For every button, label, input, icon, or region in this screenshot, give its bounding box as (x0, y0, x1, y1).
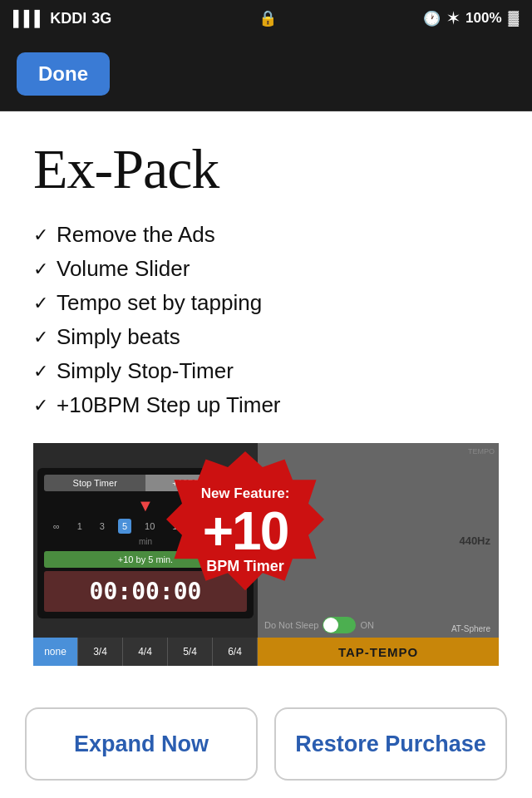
hz-label: 440Hz (459, 534, 490, 547)
carrier-label: KDDI (50, 10, 86, 27)
battery-icon: ▓ (509, 10, 519, 27)
bluetooth-icon: ✶ (447, 10, 459, 27)
check-icon-1: ✓ (33, 224, 48, 246)
feature-label-4: Simply beats (57, 324, 180, 350)
feature-label-5: Simply Stop-Timer (57, 358, 234, 384)
check-icon-5: ✓ (33, 361, 48, 382)
signal-icon: ▌▌▌ (13, 10, 45, 27)
on-label: ON (360, 620, 374, 630)
feature-label-3: Tempo set by tapping (57, 290, 262, 316)
timer-tab-stop: Stop Timer (44, 475, 145, 491)
clock-icon: 🕐 (423, 10, 441, 27)
min-item-5: 5 (118, 519, 131, 534)
feature-item-2: ✓ Volume Slider (33, 256, 499, 282)
feature-label-1: Remove the Ads (57, 222, 215, 248)
feature-label-2: Volume Slider (57, 256, 190, 282)
main-content: Ex-Pack ✓ Remove the Ads ✓ Volume Slider… (0, 111, 532, 682)
features-list: ✓ Remove the Ads ✓ Volume Slider ✓ Tempo… (33, 222, 499, 418)
feature-item-5: ✓ Simply Stop-Timer (33, 358, 499, 384)
status-bar: ▌▌▌ KDDI 3G 🔒 🕐 ✶ 100% ▓ (0, 0, 532, 37)
expand-now-button[interactable]: Expand Now (25, 707, 258, 781)
feature-item-6: ✓ +10BPM Step up Timer (33, 392, 499, 418)
min-item-10: 10 (140, 519, 159, 534)
status-left: ▌▌▌ KDDI 3G (13, 10, 111, 27)
check-icon-3: ✓ (33, 293, 48, 314)
feature-label-6: +10BPM Step up Timer (57, 392, 281, 418)
feature-item-3: ✓ Tempo set by tapping (33, 290, 499, 316)
b-tab-3-4: 3/4 (78, 638, 123, 666)
badge-plus10: +10 (203, 505, 288, 558)
badge-container: New Feature: +10 BPM Timer (166, 451, 332, 634)
status-right: 🕐 ✶ 100% ▓ (423, 10, 519, 27)
badge-shape: New Feature: +10 BPM Timer (166, 451, 324, 609)
b-tab-6-4: 6/4 (213, 638, 258, 666)
b-tab-5-4: 5/4 (168, 638, 213, 666)
badge-new-feature: New Feature: (201, 485, 290, 502)
network-label: 3G (91, 10, 111, 27)
buttons-area: Expand Now Restore Purchase (0, 682, 532, 797)
battery-label: 100% (466, 10, 501, 27)
min-item-3: 3 (96, 519, 109, 534)
restore-purchase-button[interactable]: Restore Purchase (274, 707, 507, 781)
bottom-tabs: none 3/4 4/4 5/4 6/4 (33, 638, 258, 666)
check-icon-6: ✓ (33, 395, 48, 416)
at-sphere-small-label: AT-Sphere (451, 624, 490, 633)
nav-bar: Done (0, 37, 532, 111)
screenshot-area: ▶ Stop Timer +10BPM by ▼ ∞ 1 3 5 10 15 3… (33, 443, 499, 666)
feature-item-1: ✓ Remove the Ads (33, 222, 499, 248)
b-tab-4-4: 4/4 (123, 638, 168, 666)
page-title: Ex-Pack (33, 136, 499, 202)
tap-tempo-bar[interactable]: TAP-TEMPO (258, 638, 499, 666)
min-item-inf: ∞ (49, 519, 64, 534)
lock-icon: 🔒 (259, 9, 277, 27)
badge-bpm-timer: BPM Timer (206, 558, 284, 575)
b-tab-none: none (33, 638, 78, 666)
min-item-1: 1 (73, 519, 86, 534)
check-icon-2: ✓ (33, 259, 48, 280)
tempo-label: TEMPO (468, 447, 495, 456)
feature-item-4: ✓ Simply beats (33, 324, 499, 350)
done-button[interactable]: Done (17, 52, 110, 96)
check-icon-4: ✓ (33, 327, 48, 348)
